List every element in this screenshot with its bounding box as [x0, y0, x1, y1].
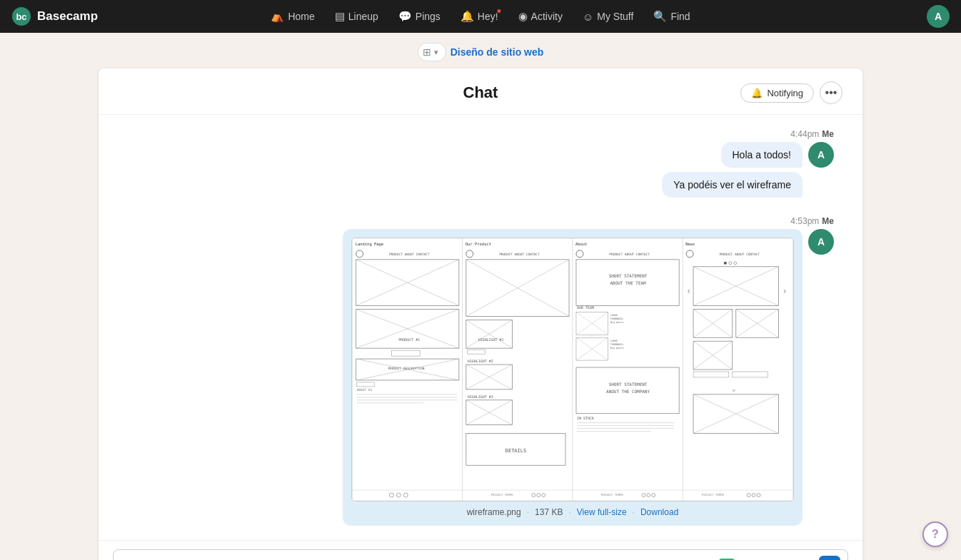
view-fullsize-link[interactable]: View full-size	[577, 507, 627, 517]
notify-button[interactable]: 🔔 Notifying	[740, 83, 814, 103]
svg-text:THUMBNAIL: THUMBNAIL	[610, 317, 624, 320]
hey-badge	[496, 8, 503, 14]
input-wrapper: G G A ☺ 📎	[113, 549, 848, 560]
nav-activity[interactable]: ◉ Activity	[510, 6, 571, 26]
svg-point-94	[724, 262, 727, 265]
message-group-2: 4:53pm Me Landing Page	[127, 216, 834, 526]
svg-text:PRODUCT  ABOUT  CONTACT: PRODUCT ABOUT CONTACT	[389, 253, 430, 256]
svg-text:PRODUCT  ABOUT  CONTACT: PRODUCT ABOUT CONTACT	[499, 253, 540, 256]
message-group-1: 4:44pm Me Hola a todos! Ya podéis ver el…	[127, 129, 834, 198]
nav-links: ⛺ Home ▤ Lineup 💬 Pings 🔔 Hey! ◉ Activit…	[262, 6, 698, 26]
svg-text:PRODUCT DESCRIPTION: PRODUCT DESCRIPTION	[388, 367, 424, 370]
nav-home[interactable]: ⛺ Home	[262, 6, 323, 26]
svg-text:HIGHLIGHT #3: HIGHLIGHT #3	[468, 394, 493, 399]
chevron-down-icon: ▾	[434, 48, 438, 57]
svg-text:HIGHLIGHT #1: HIGHLIGHT #1	[478, 337, 504, 342]
nav-lineup[interactable]: ▤ Lineup	[326, 6, 387, 26]
svg-text:OUR TEAM: OUR TEAM	[577, 305, 594, 310]
user-menu: A	[927, 5, 950, 28]
app-logo[interactable]: bc Basecamp	[11, 6, 98, 26]
attachment-card: Landing Page PRODUCT ABOUT CONTACT	[343, 229, 802, 526]
svg-text:DETAILS: DETAILS	[505, 448, 526, 454]
chat-title: Chat	[233, 83, 728, 102]
svg-text:Big photo: Big photo	[610, 321, 624, 324]
chat-input-bar: G G A ☺ 📎	[99, 540, 862, 560]
message-sender-1: Me	[822, 129, 834, 139]
app-name: Basecamp	[37, 9, 98, 24]
message-row-2: Landing Page PRODUCT ABOUT CONTACT	[343, 229, 834, 526]
emoji-button[interactable]: ☺	[793, 556, 815, 560]
svg-text:About: About	[575, 242, 587, 246]
message-time-1: 4:44pm	[790, 129, 819, 139]
svg-text:Landing Page: Landing Page	[356, 242, 384, 247]
chat-container: Chat 🔔 Notifying ••• 4:44pm Me Hola a	[99, 68, 862, 560]
avatar-2: A	[808, 229, 834, 255]
svg-text:PRODUCT  ABOUT  CONTACT: PRODUCT ABOUT CONTACT	[609, 253, 650, 256]
message-time-2: 4:53pm	[790, 216, 819, 226]
message-row-1: Hola a todos! Ya podéis ver el wireframe…	[662, 142, 834, 198]
message-meta-1: 4:44pm Me	[790, 129, 834, 139]
more-options-button[interactable]: •••	[820, 81, 842, 104]
hey-icon: 🔔	[461, 10, 474, 23]
format-button[interactable]: A	[768, 556, 789, 560]
download-link[interactable]: Download	[640, 507, 678, 517]
pings-icon: 💬	[398, 10, 412, 23]
svg-text:Big photo: Big photo	[610, 347, 624, 350]
help-button[interactable]: ?	[922, 521, 948, 547]
svg-text:›: ›	[782, 286, 787, 296]
svg-text:HIGHLIGHT #2: HIGHLIGHT #2	[468, 359, 493, 363]
mystuff-icon: ☺	[583, 11, 593, 23]
nav-find[interactable]: 🔍 Find	[645, 6, 698, 26]
main-content: Chat 🔔 Notifying ••• 4:44pm Me Hola a	[0, 68, 961, 560]
breadcrumb-project-link[interactable]: Diseño de sitio web	[446, 46, 544, 58]
message-bubble-1b: Ya podéis ver el wireframe	[662, 172, 802, 198]
find-icon: 🔍	[653, 10, 667, 23]
svg-text:SHORT STATEMENT: SHORT STATEMENT	[609, 273, 648, 278]
svg-text:ABOUT THE TEAM: ABOUT THE TEAM	[610, 280, 646, 285]
svg-text:ABOUT US: ABOUT US	[357, 388, 373, 392]
svg-text:bc: bc	[16, 11, 26, 22]
message-meta-2: 4:53pm Me	[790, 216, 834, 226]
lineup-icon: ▤	[335, 10, 345, 23]
bell-icon: 🔔	[751, 88, 763, 98]
grammarly-button-1[interactable]: G	[716, 556, 738, 560]
svg-text:IN STOCK: IN STOCK	[577, 416, 594, 420]
attachment-footer: wireframe.png · 137 KB · View full-size …	[351, 502, 794, 517]
top-navigation: bc Basecamp ⛺ Home ▤ Lineup 💬 Pings 🔔 He…	[0, 0, 961, 33]
filename: wireframe.png	[467, 507, 521, 517]
chat-header: Chat 🔔 Notifying •••	[99, 68, 862, 115]
nav-hey[interactable]: 🔔 Hey!	[452, 6, 507, 26]
grammarly-button-2[interactable]: G	[742, 556, 763, 560]
input-actions: G G A ☺ 📎	[716, 556, 840, 560]
chat-header-actions: 🔔 Notifying •••	[728, 81, 842, 104]
avatar-1: A	[808, 142, 834, 168]
message-bubble-1a: Hola a todos!	[721, 142, 803, 168]
breadcrumb-pill[interactable]: ⊞ ▾	[418, 43, 446, 61]
chat-messages: 4:44pm Me Hola a todos! Ya podéis ver el…	[99, 115, 862, 540]
svg-text:PRIVACY    TERMS: PRIVACY TERMS	[702, 493, 725, 497]
filesize: 137 KB	[535, 507, 563, 517]
svg-text:THUMBNAIL: THUMBNAIL	[610, 343, 624, 346]
message-sender-2: Me	[822, 216, 834, 226]
activity-icon: ◉	[518, 10, 528, 23]
home-icon: ⛺	[271, 10, 284, 23]
nav-mystuff[interactable]: ☺ My Stuff	[574, 7, 642, 26]
svg-text:SHORT STATEMENT: SHORT STATEMENT	[609, 382, 648, 387]
wireframe-image: Landing Page PRODUCT ABOUT CONTACT	[351, 238, 794, 502]
attach-button[interactable]: 📎	[819, 556, 840, 560]
svg-text:ABOUT THE COMPANY: ABOUT THE COMPANY	[606, 389, 650, 394]
breadcrumb-bar: ⊞ ▾ Diseño de sitio web	[0, 33, 961, 68]
svg-text:LARGE: LARGE	[610, 314, 618, 317]
svg-rect-28	[463, 238, 573, 501]
svg-text:⌄: ⌄	[732, 385, 736, 392]
svg-text:PRODUCT #1: PRODUCT #1	[398, 337, 420, 342]
svg-text:PRIVACY    TERMS: PRIVACY TERMS	[491, 493, 514, 497]
svg-text:PRIVACY    TERMS: PRIVACY TERMS	[601, 493, 624, 497]
user-avatar[interactable]: A	[927, 5, 950, 28]
grid-icon: ⊞	[423, 46, 431, 58]
svg-text:Our Product: Our Product	[466, 242, 491, 246]
svg-text:PRODUCT  ABOUT  CONTACT: PRODUCT ABOUT CONTACT	[719, 253, 760, 256]
svg-text:News: News	[685, 242, 695, 246]
svg-text:‹: ‹	[686, 286, 691, 296]
nav-pings[interactable]: 💬 Pings	[390, 6, 449, 26]
